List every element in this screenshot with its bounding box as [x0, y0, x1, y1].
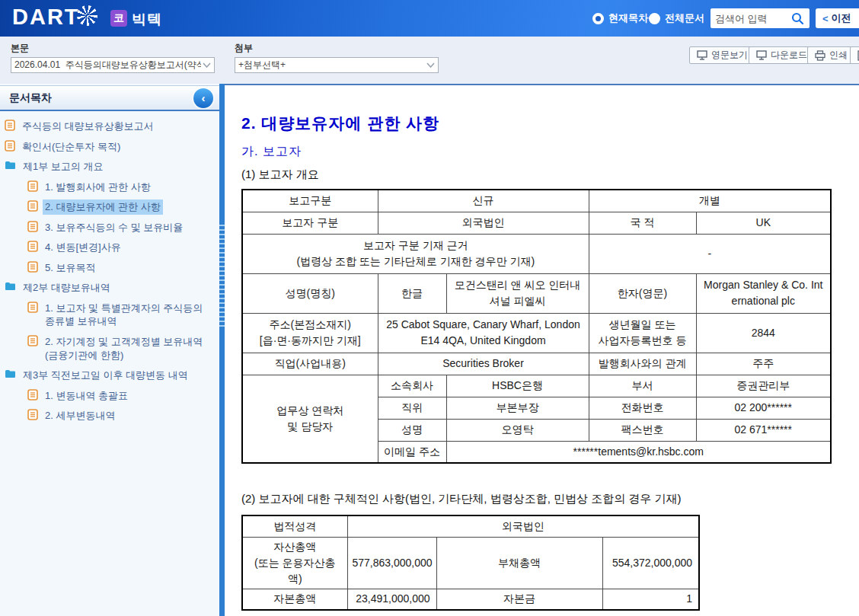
monitor-icon	[756, 50, 767, 60]
t1-basis-value: -	[589, 234, 831, 273]
t1-name-eng-value: Morgan Stanley & Co. International plc	[696, 273, 831, 313]
toc-item-label: 제3부 직전보고일 이후 대량변동 내역	[21, 368, 190, 383]
toc-item-label: 주식등의 대량보유상황보고서	[20, 119, 156, 134]
document-icon	[27, 261, 38, 273]
t2-legal-label: 법적성격	[242, 515, 347, 537]
body-document-select[interactable]: 2026.04.01 주식등의대량보유상황보고서(약식	[11, 57, 215, 73]
reporter-detail-table: 법적성격 외국법인 자산총액 (또는 운용자산총액) 577,863,000,0…	[241, 515, 700, 611]
document-icon	[27, 389, 38, 401]
document-icon	[27, 221, 38, 232]
document-icon	[27, 200, 38, 212]
toc-item-issuer[interactable]: 1. 발행회사에 관한 사항	[27, 180, 216, 195]
t1-contact-label: 업무상 연락처 및 담당자	[242, 375, 378, 463]
top-header: DART 코 빅텍 현재목차 전체문서 < 이전	[0, 0, 859, 37]
chevron-down-icon	[203, 62, 211, 68]
radio-selected-icon[interactable]	[592, 13, 604, 24]
search-box[interactable]	[711, 8, 810, 28]
sidebar-collapse-button[interactable]: ‹	[193, 88, 213, 108]
t1-name-label: 성명(명칭)	[242, 273, 378, 313]
search-input[interactable]	[715, 13, 791, 24]
t1-address-value: 25 Cabot Square, Canary Wharf, London E1…	[378, 313, 589, 353]
t1-email-value: ******tements@kr.hsbc.com	[446, 441, 831, 463]
t1-relation-label: 발행회사와의 관계	[589, 353, 696, 375]
previous-button-label: 이전	[832, 11, 851, 25]
toc-section-part1[interactable]: 제1부 보고의 개요	[5, 159, 216, 174]
t1-person-value: 오영탁	[446, 419, 589, 441]
toc-item-label: 5. 보유목적	[43, 260, 97, 276]
folder-icon	[5, 369, 16, 378]
t1-report-type-value: 신규	[378, 190, 589, 212]
english-view-label: 영문보기	[711, 49, 748, 62]
dart-logo-text: DART	[12, 6, 80, 28]
t1-dept-value: 증권관리부	[696, 375, 831, 397]
toc-item-label: 4. 변동[변경]사유	[43, 240, 123, 255]
paragraph-reporter-detail: (2) 보고자에 대한 구체적인 사항(법인, 기타단체, 법령상조합, 민법상…	[241, 488, 714, 509]
t2-asset-label: 자산총액 (또는 운용자산총액)	[242, 537, 347, 589]
toc-item-change-reason[interactable]: 4. 변동[변경]사유	[27, 240, 216, 255]
t1-reporter-type-value: 외국법인	[378, 212, 589, 234]
t1-name-kor-value: 모건스탠리 앤 씨오 인터내셔널 피엘씨	[446, 273, 589, 313]
t2-equity-label: 자본총액	[242, 589, 347, 610]
previous-arrow-icon: <	[822, 13, 829, 24]
sidebar-scrollbar[interactable]	[219, 84, 225, 616]
company-name: 빅텍	[132, 10, 162, 30]
print-label: 인쇄	[829, 49, 848, 62]
toc-item-major-holder[interactable]: 2. 대량보유자에 관한 사항	[27, 199, 216, 215]
next-button-partial[interactable]	[854, 8, 859, 28]
document-content: 2. 대량보유자에 관한 사항 가. 보고자 (1) 보고자 개요 보고구분 신…	[225, 84, 859, 616]
document-toc-sidebar: 문서목차 ‹ 주식등의 대량보유상황보고서 확인서(단순투자 목적) 제1부 보…	[0, 84, 219, 616]
subsection-heading: 가. 보고자	[241, 144, 859, 160]
toc-item-label: 3. 보유주식등의 수 및 보유비율	[43, 220, 185, 235]
dart-logo[interactable]: DART	[12, 6, 97, 28]
print-button[interactable]: 인쇄	[807, 46, 855, 64]
t1-report-scope-value: 개별	[589, 190, 831, 212]
radio-unselected-icon[interactable]	[649, 13, 660, 24]
t1-birth-value: 2844	[696, 313, 831, 353]
t1-person-label: 성명	[378, 419, 446, 441]
toc-item-label: 제1부 보고의 개요	[21, 159, 105, 174]
folder-icon	[5, 281, 16, 291]
toc-item-label: 확인서(단순투자 목적)	[20, 139, 123, 155]
toc-item-account-holdings[interactable]: 2. 자기계정 및 고객계정별 보유내역(금융기관에 한함)	[27, 334, 216, 362]
document-toolbar: 본문 2026.04.01 주식등의대량보유상황보고서(약식 첨부 +첨부선택+…	[0, 37, 859, 84]
toc-item-holdings-by-type[interactable]: 1. 보고자 및 특별관계자의 주식등의 종류별 보유내역	[27, 301, 216, 329]
toc-item-holding-purpose[interactable]: 5. 보유목적	[27, 260, 216, 276]
toc-item-holding-ratio[interactable]: 3. 보유주식등의 수 및 보유비율	[27, 220, 216, 235]
document-icon	[5, 140, 15, 152]
attachment-select-label: 첨부	[235, 42, 253, 55]
body-document-select-value: 2026.04.01 주식등의대량보유상황보고서(약식	[14, 59, 201, 72]
t1-nationality-label: 국 적	[589, 212, 696, 234]
monitor-icon	[697, 50, 707, 60]
toc-item-label: 제2부 대량보유내역	[21, 280, 113, 295]
toc-section-part2[interactable]: 제2부 대량보유내역	[5, 280, 216, 295]
t1-fax-label: 팩스번호	[589, 419, 696, 441]
t2-legal-value: 외국법인	[347, 515, 699, 537]
t2-debt-label: 부채총액	[436, 537, 602, 589]
document-icon	[27, 241, 38, 252]
attachment-select[interactable]: +첨부선택+	[235, 57, 439, 73]
t1-dept-label: 부서	[589, 375, 696, 397]
t1-company-value: HSBC은행	[446, 375, 589, 397]
reporter-overview-table: 보고구분 신규 개별 보고자 구분 외국법인 국 적 UK 보고자 구분 기재 …	[241, 189, 832, 464]
toc-item-label: 1. 보고자 및 특별관계자의 주식등의 종류별 보유내역	[43, 301, 216, 329]
radio-full-document[interactable]: 전체문서	[649, 11, 704, 25]
english-view-button[interactable]: 영문보기	[689, 46, 755, 64]
radio-current-toc-label: 현재목차	[608, 11, 648, 25]
toc-item-change-summary[interactable]: 1. 변동내역 총괄표	[27, 388, 216, 404]
close-button-partial[interactable]	[850, 46, 859, 64]
body-select-label: 본문	[11, 42, 29, 55]
toc-item-change-detail[interactable]: 2. 세부변동내역	[27, 408, 216, 423]
download-button[interactable]: 다운로드	[749, 46, 815, 64]
t2-asset-value: 577,863,000,000	[347, 537, 436, 589]
toc-item-report[interactable]: 주식등의 대량보유상황보고서	[5, 119, 216, 134]
search-icon[interactable]	[791, 12, 804, 25]
t1-name-eng-label: 한자(영문)	[589, 273, 696, 313]
previous-button[interactable]: < 이전	[816, 8, 858, 28]
t2-capital-label: 자본금	[436, 589, 602, 610]
radio-current-toc[interactable]: 현재목차	[592, 11, 648, 25]
toc-section-part3[interactable]: 제3부 직전보고일 이후 대량변동 내역	[5, 368, 216, 383]
t1-fax-value: 02 671******	[696, 419, 831, 441]
toc-item-confirmation[interactable]: 확인서(단순투자 목적)	[5, 139, 216, 155]
chevron-down-icon	[426, 62, 435, 68]
scrollbar-thumb[interactable]	[219, 225, 225, 327]
